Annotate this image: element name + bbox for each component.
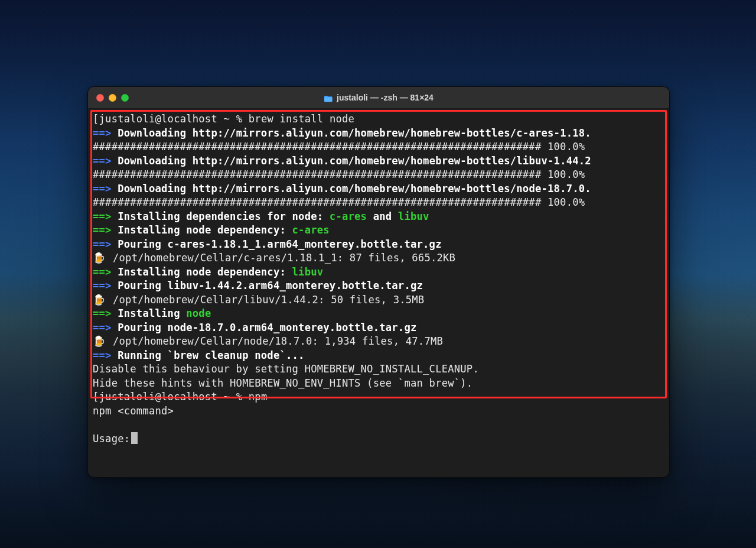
arrow-icon: ==>: [93, 155, 112, 167]
output-text: Installing node dependency:: [118, 224, 292, 236]
minimize-icon[interactable]: [109, 94, 116, 102]
window-controls: [88, 94, 129, 102]
folder-icon: [324, 95, 333, 102]
output-text: Running `brew cleanup node`...: [118, 349, 304, 361]
beer-icon: 🍺: [93, 251, 100, 265]
prompt-percent: %: [236, 391, 243, 403]
install-path: /opt/homebrew/Cellar/libuv/1.44.2: 50 fi…: [100, 294, 424, 306]
hint-text: Hide these hints with HOMEBREW_NO_ENV_HI…: [93, 377, 472, 389]
arrow-icon: ==>: [93, 280, 112, 291]
terminal-window[interactable]: justaloli — -zsh — 81×24 [justaloli@loca…: [87, 86, 670, 478]
install-path: /opt/homebrew/Cellar/c-ares/1.18.1_1: 87…: [100, 252, 455, 264]
output-text: Pouring c-ares-1.18.1_1.arm64_monterey.b…: [118, 238, 441, 250]
beer-icon: 🍺: [93, 293, 100, 307]
title-text: justaloli — -zsh — 81×24: [337, 93, 434, 102]
arrow-icon: ==>: [93, 349, 112, 361]
window-title: justaloli — -zsh — 81×24: [88, 93, 669, 102]
prompt-user-host: justaloli@localhost: [99, 391, 217, 403]
arrow-icon: ==>: [93, 307, 112, 319]
prompt-percent: %: [236, 113, 243, 125]
beer-icon: 🍺: [93, 335, 100, 349]
bracket: [: [93, 113, 99, 125]
bracket: [: [93, 391, 99, 403]
url-text: http://mirrors.aliyun.com/homebrew/homeb…: [193, 155, 591, 167]
prompt-path: ~: [224, 391, 230, 403]
arrow-icon: ==>: [93, 127, 112, 139]
arrow-icon: ==>: [93, 238, 112, 250]
arrow-icon: ==>: [93, 266, 112, 278]
arrow-icon: ==>: [93, 210, 112, 222]
url-text: http://mirrors.aliyun.com/homebrew/homeb…: [193, 183, 591, 194]
close-icon[interactable]: [96, 94, 104, 102]
progress-bar: ########################################…: [93, 168, 541, 180]
desktop-wallpaper: justaloli — -zsh — 81×24 [justaloli@loca…: [0, 0, 756, 548]
progress-bar: ########################################…: [93, 141, 541, 153]
terminal-body[interactable]: [justaloli@localhost ~ % brew install no…: [88, 109, 669, 478]
output-text: Usage:: [93, 433, 130, 445]
titlebar[interactable]: justaloli — -zsh — 81×24: [88, 87, 669, 109]
dep-name: c-ares: [330, 210, 367, 222]
url-text: http://mirrors.aliyun.com/homebrew/homeb…: [193, 127, 591, 139]
prompt-path: ~: [224, 113, 230, 125]
progress-pct: 100.0%: [548, 168, 585, 180]
output-text: Installing: [118, 307, 186, 319]
output-text: Downloading: [118, 183, 186, 194]
progress-pct: 100.0%: [548, 141, 585, 153]
output-text: and: [367, 210, 398, 222]
arrow-icon: ==>: [93, 183, 112, 194]
progress-bar: ########################################…: [93, 196, 541, 208]
dep-name: libuv: [398, 210, 429, 222]
terminal-output[interactable]: [justaloli@localhost ~ % brew install no…: [88, 109, 669, 450]
hint-text: Disable this behaviour by setting HOMEBR…: [93, 363, 479, 375]
output-text: Pouring node-18.7.0.arm64_monterey.bottl…: [118, 322, 416, 333]
command-text: brew install node: [249, 113, 354, 125]
output-text: Pouring libuv-1.44.2.arm64_monterey.bott…: [118, 280, 423, 291]
output-text: Installing dependencies for node:: [118, 210, 330, 222]
install-path: /opt/homebrew/Cellar/node/18.7.0: 1,934 …: [100, 335, 443, 347]
dep-name: node: [186, 307, 211, 319]
dep-name: c-ares: [292, 224, 330, 236]
command-text: npm: [249, 391, 268, 403]
output-text: Downloading: [118, 155, 186, 167]
arrow-icon: ==>: [93, 322, 112, 333]
prompt-user-host: justaloli@localhost: [99, 113, 217, 125]
output-text: Installing node dependency:: [118, 266, 292, 278]
output-text: npm <command>: [93, 405, 174, 417]
arrow-icon: ==>: [93, 224, 112, 236]
zoom-icon[interactable]: [121, 94, 129, 102]
progress-pct: 100.0%: [548, 196, 585, 208]
cursor: [131, 432, 138, 444]
dep-name: libuv: [292, 266, 324, 278]
output-text: Downloading: [118, 127, 186, 139]
